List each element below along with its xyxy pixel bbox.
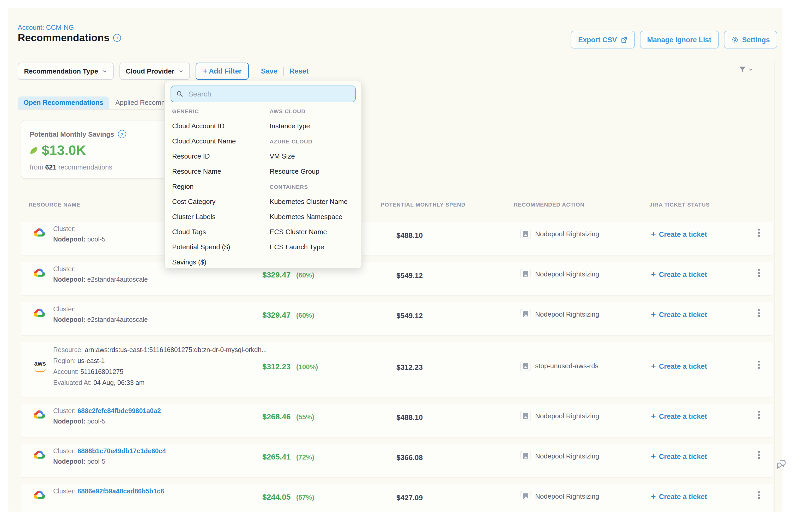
row-menu-kebab[interactable] bbox=[755, 451, 762, 459]
filter-option-potential-spend[interactable]: Potential Spend ($) bbox=[172, 243, 230, 251]
save-filter-button[interactable]: Save bbox=[261, 67, 278, 75]
create-ticket-button[interactable]: + Create a ticket bbox=[651, 452, 707, 460]
filter-option-kubernetes-cluster-name[interactable]: Kubernetes Cluster Name bbox=[270, 198, 348, 206]
potential-monthly-spend-value: $549.12 bbox=[396, 271, 423, 280]
cluster-link[interactable]: 6888b1c70e49db17c1de60c4 bbox=[77, 448, 166, 455]
filter-option-resource-group[interactable]: Resource Group bbox=[270, 167, 320, 175]
filter-option-resource-name[interactable]: Resource Name bbox=[172, 167, 221, 175]
action-thumbnail-icon bbox=[520, 451, 530, 461]
create-ticket-button[interactable]: + Create a ticket bbox=[651, 362, 707, 370]
page: Account: CCM-NG Recommendations i Export… bbox=[0, 0, 798, 532]
filter-option-cloud-account-id[interactable]: Cloud Account ID bbox=[172, 122, 225, 130]
table-row: Cluster: 688c2fefc84fbdc99801a0a2 Nodepo… bbox=[21, 404, 773, 437]
potential-monthly-spend-value: $488.10 bbox=[396, 413, 423, 421]
help-icon[interactable]: ? bbox=[118, 130, 126, 138]
nodepool-value: pool-5 bbox=[87, 236, 106, 243]
aws-icon: aws bbox=[33, 361, 47, 372]
filter-option-savings[interactable]: Savings ($) bbox=[172, 258, 207, 266]
external-link-icon bbox=[621, 36, 627, 43]
filter-option-resource-id[interactable]: Resource ID bbox=[172, 152, 210, 160]
action-thumbnail-icon bbox=[520, 491, 530, 501]
info-icon[interactable]: i bbox=[113, 34, 121, 42]
recommended-action-cell: Nodepool Rightsizing bbox=[520, 411, 599, 421]
filter-option-cloud-account-name[interactable]: Cloud Account Name bbox=[172, 137, 236, 145]
nodepool-value: pool-5 bbox=[87, 418, 106, 425]
plus-icon: + bbox=[651, 362, 656, 370]
create-ticket-button[interactable]: + Create a ticket bbox=[651, 230, 707, 239]
filter-option-cluster-labels[interactable]: Cluster Labels bbox=[172, 213, 215, 221]
create-ticket-button[interactable]: + Create a ticket bbox=[651, 492, 707, 501]
cloud-provider-label: Cloud Provider bbox=[126, 67, 174, 75]
cluster-label: Cluster: bbox=[53, 407, 76, 415]
cluster-link[interactable]: 688c2fefc84fbdc99801a0a2 bbox=[77, 407, 161, 415]
recommended-action-label: Nodepool Rightsizing bbox=[535, 492, 599, 500]
filter-option-cost-category[interactable]: Cost Category bbox=[172, 198, 215, 206]
filter-section-containers: CONTAINERS bbox=[270, 183, 308, 190]
create-ticket-button[interactable]: + Create a ticket bbox=[651, 412, 707, 420]
recommended-action-label: stop-unused-aws-rds bbox=[535, 362, 598, 370]
plus-icon: + bbox=[651, 452, 656, 460]
filter-search-input[interactable] bbox=[187, 89, 350, 99]
recommended-action-cell: Nodepool Rightsizing bbox=[520, 269, 599, 279]
nodepool-label: Nodepool: bbox=[53, 418, 86, 425]
header-divider bbox=[8, 56, 782, 56]
settings-button[interactable]: Settings bbox=[724, 31, 777, 49]
table-row: Cluster: 6886e92f59a48cad86b5b1c6 $244.0… bbox=[21, 484, 773, 512]
row-menu-kebab[interactable] bbox=[755, 491, 762, 499]
filter-section-azure-cloud: AZURE CLOUD bbox=[270, 138, 312, 144]
row-menu-kebab[interactable] bbox=[755, 411, 762, 419]
create-ticket-button[interactable]: + Create a ticket bbox=[651, 270, 707, 279]
filter-panel-toggle[interactable] bbox=[738, 65, 753, 74]
filter-search-box[interactable] bbox=[171, 86, 356, 102]
filter-option-region[interactable]: Region bbox=[172, 183, 193, 190]
cluster-label: Cluster: bbox=[53, 225, 76, 233]
nodepool-value: pool-5 bbox=[87, 458, 106, 465]
add-filter-dropdown: GENERICCloud Account IDCloud Account Nam… bbox=[164, 81, 362, 269]
column-header-jira-ticket-status: JIRA TICKET STATUS bbox=[649, 201, 710, 208]
plus-icon: + bbox=[651, 310, 656, 319]
filter-option-kubernetes-namespace[interactable]: Kubernetes Namespace bbox=[270, 213, 342, 221]
recommendation-type-select[interactable]: Recommendation Type bbox=[18, 62, 114, 80]
reset-filter-button[interactable]: Reset bbox=[289, 67, 309, 75]
add-filter-button[interactable]: + Add Filter bbox=[196, 62, 249, 80]
filter-option-ecs-launch-type[interactable]: ECS Launch Type bbox=[270, 243, 324, 251]
savings-subtext: from 621 recommendations bbox=[30, 163, 112, 171]
breadcrumb-account[interactable]: Account: CCM-NG bbox=[18, 23, 74, 31]
recommended-action-label: Nodepool Rightsizing bbox=[535, 412, 599, 420]
page-title: Recommendations bbox=[18, 32, 110, 44]
support-chat-icon[interactable] bbox=[776, 458, 786, 470]
cluster-link[interactable]: 6886e92f59a48cad86b5b1c6 bbox=[77, 488, 164, 495]
resource-arn: arn:aws:rds:us-east-1:511616801275:db:zn… bbox=[85, 346, 267, 354]
manage-ignore-list-button[interactable]: Manage Ignore List bbox=[640, 31, 719, 49]
filter-option-vm-size[interactable]: VM Size bbox=[270, 152, 295, 160]
create-ticket-button[interactable]: + Create a ticket bbox=[651, 310, 707, 319]
action-thumbnail-icon bbox=[520, 269, 530, 279]
export-csv-label: Export CSV bbox=[578, 36, 617, 43]
filter-option-ecs-cluster-name[interactable]: ECS Cluster Name bbox=[270, 228, 327, 236]
row-menu-kebab[interactable] bbox=[755, 269, 762, 277]
settings-label: Settings bbox=[742, 36, 770, 43]
leaf-icon bbox=[29, 146, 39, 155]
filter-option-cloud-tags[interactable]: Cloud Tags bbox=[172, 228, 206, 236]
plus-icon: + bbox=[651, 492, 656, 501]
recommended-action-cell: Nodepool Rightsizing bbox=[520, 451, 599, 461]
gcp-icon bbox=[33, 226, 45, 239]
nodepool-label: Nodepool: bbox=[53, 458, 86, 465]
row-menu-kebab[interactable] bbox=[755, 309, 762, 317]
action-thumbnail-icon bbox=[520, 361, 530, 371]
gcp-icon bbox=[33, 307, 45, 319]
cloud-provider-select[interactable]: Cloud Provider bbox=[119, 62, 190, 80]
export-csv-button[interactable]: Export CSV bbox=[571, 31, 635, 49]
row-menu-kebab[interactable] bbox=[755, 361, 762, 368]
row-menu-kebab[interactable] bbox=[755, 229, 762, 236]
recommended-action-label: Nodepool Rightsizing bbox=[535, 452, 599, 460]
funnel-icon bbox=[738, 65, 747, 74]
filter-option-instance-type[interactable]: Instance type bbox=[270, 122, 310, 130]
content-right-edge bbox=[775, 60, 775, 512]
recommendation-count: 621 bbox=[45, 163, 56, 171]
gear-icon bbox=[731, 36, 738, 43]
action-thumbnail-icon bbox=[520, 411, 530, 421]
chevron-down-icon bbox=[179, 69, 184, 74]
evaluated-at-value: 04 Aug, 06:33 am bbox=[93, 379, 145, 386]
tab-open-recommendations[interactable]: Open Recommendations bbox=[18, 96, 109, 109]
